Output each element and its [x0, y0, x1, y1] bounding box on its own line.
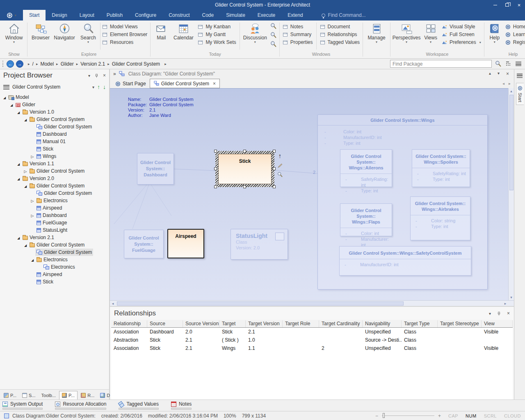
- resize-handle[interactable]: [243, 150, 246, 153]
- tree-item[interactable]: Airspeed: [0, 204, 109, 212]
- package-list-button[interactable]: [504, 60, 512, 68]
- column-header[interactable]: Source Version: [183, 320, 219, 327]
- tree-expand-icon[interactable]: [30, 212, 35, 218]
- search-button[interactable]: Search ▾: [76, 21, 100, 43]
- ribbon-tab[interactable]: Execute: [251, 10, 281, 21]
- scrollbar-thumb[interactable]: [117, 301, 404, 306]
- tree-item[interactable]: FuelGuage: [0, 219, 109, 226]
- app-menu-button[interactable]: ▾: [0, 10, 23, 21]
- bottom-panel-tab[interactable]: Resource Allocation: [55, 401, 106, 410]
- search-files-button[interactable]: [270, 32, 276, 38]
- resize-handle[interactable]: [214, 185, 217, 188]
- tree-item[interactable]: Electronics: [0, 263, 109, 271]
- calendar-button[interactable]: Calendar: [171, 21, 196, 41]
- ghost-class-spoilers[interactable]: Glider Control System::Wings::Spoilers -…: [412, 149, 470, 187]
- pin-icon[interactable]: [94, 73, 99, 78]
- ribbon-small-button[interactable]: Full Screen▾: [442, 32, 481, 37]
- zoom-thumb[interactable]: [383, 413, 385, 418]
- ribbon-tab[interactable]: Configure: [129, 10, 162, 21]
- tab-start-page[interactable]: Start Page: [112, 79, 150, 88]
- brush-icon[interactable]: [277, 163, 283, 168]
- tree-expand-icon[interactable]: [16, 235, 21, 240]
- search-model-button[interactable]: [270, 23, 276, 29]
- ribbon-small-button[interactable]: My Kanban: [198, 24, 236, 30]
- zoom-track[interactable]: [382, 415, 434, 416]
- ribbon-small-button[interactable]: Relationships: [320, 32, 360, 37]
- close-icon[interactable]: ×: [506, 71, 509, 77]
- zoom-in-icon[interactable]: +: [438, 413, 441, 419]
- tree-item[interactable]: Glider Control System: [0, 123, 109, 130]
- horizontal-scrollbar[interactable]: ◂ ▸: [110, 300, 508, 306]
- ribbon-tab[interactable]: Simulate: [220, 10, 251, 21]
- mail-button[interactable]: Mail: [152, 21, 171, 41]
- column-header[interactable]: Target Role: [283, 320, 319, 327]
- ribbon-small-button[interactable]: Properties: [283, 39, 313, 45]
- ribbon-tab[interactable]: Layout: [73, 10, 100, 21]
- tree-item[interactable]: Version 1.0: [0, 108, 109, 116]
- docked-tab[interactable]: P...: [59, 391, 78, 399]
- tree-item[interactable]: Glider Control System: [0, 116, 109, 123]
- column-header[interactable]: Target Version: [246, 320, 283, 327]
- resize-handle[interactable]: [214, 150, 217, 153]
- views-button[interactable]: Views ▾: [421, 21, 440, 43]
- resize-handle[interactable]: [273, 167, 276, 170]
- tree-expand-icon[interactable]: [30, 198, 35, 203]
- find-package-input[interactable]: [390, 60, 492, 68]
- element-airspeed[interactable]: Airspeed: [167, 229, 204, 258]
- move-up-button[interactable]: ↑: [97, 84, 100, 90]
- ribbon-tab[interactable]: Publish: [100, 10, 129, 21]
- scroll-left-icon[interactable]: ◂: [110, 301, 116, 306]
- scroll-down-icon[interactable]: ▾: [509, 294, 514, 300]
- tree-item[interactable]: Dashboard: [0, 212, 109, 219]
- tree-item[interactable]: Stick: [0, 145, 109, 153]
- tab-scroll-left-icon[interactable]: ◂: [502, 81, 504, 86]
- ribbon-tab[interactable]: Code: [196, 10, 220, 21]
- chevron-down-icon[interactable]: ▾: [92, 85, 94, 89]
- window-button[interactable]: Window ▾: [2, 21, 26, 43]
- tree-item[interactable]: Stick: [0, 278, 109, 285]
- tree-item[interactable]: Manual 01: [0, 138, 109, 145]
- find-command[interactable]: Find Command...: [322, 10, 366, 21]
- column-header[interactable]: View: [482, 320, 513, 327]
- element-stick-selected[interactable]: Stick: [215, 151, 274, 187]
- ghost-class-airbrakes[interactable]: Glider Control System::Wings::Airbrakes …: [410, 196, 470, 240]
- tree-item[interactable]: Glider Control System: [0, 249, 109, 256]
- tree-item[interactable]: Glider Control System: [0, 189, 109, 197]
- minimize-button[interactable]: [489, 0, 501, 10]
- panel-menu-button[interactable]: ▾: [489, 311, 491, 316]
- ribbon-small-button[interactable]: Element Browser: [102, 32, 147, 37]
- scroll-up-icon[interactable]: ▴: [509, 88, 514, 94]
- ribbon-small-button[interactable]: My Work Sets: [198, 39, 236, 45]
- column-header[interactable]: Relationship: [111, 320, 147, 327]
- resize-handle[interactable]: [243, 185, 246, 188]
- tree-expand-icon[interactable]: [16, 161, 21, 167]
- ribbon-small-button[interactable]: Home Page: [505, 24, 525, 30]
- ribbon-small-button[interactable]: Register: [505, 39, 525, 45]
- breadcrumb-item[interactable]: Glider Control System: [112, 61, 160, 67]
- tree-item[interactable]: StatusLight: [0, 226, 109, 234]
- table-row[interactable]: AbstractionStick 2.1( Stick ) 1.0 Source…: [111, 336, 513, 344]
- toolbar-grip[interactable]: [2, 61, 4, 67]
- diagram-canvas[interactable]: Name:Glider Control SystemPackage:Glider…: [110, 88, 508, 300]
- tree-item[interactable]: Airspeed: [0, 271, 109, 278]
- browser-hamburger-button[interactable]: [3, 85, 9, 89]
- forward-button[interactable]: →: [16, 60, 23, 68]
- tree-expand-icon[interactable]: [9, 102, 14, 107]
- ribbon-tab[interactable]: Construct: [162, 10, 196, 21]
- docked-tab[interactable]: R...: [78, 391, 97, 399]
- tree-item[interactable]: Version 2.1: [0, 234, 109, 241]
- chevron-right-icon[interactable]: »: [113, 71, 115, 77]
- tab-glider-control-system[interactable]: Glider Control System ×: [150, 79, 220, 88]
- tab-close-icon[interactable]: ×: [213, 81, 216, 87]
- ribbon-small-button[interactable]: Resources: [102, 39, 147, 45]
- panel-close-button[interactable]: ×: [103, 73, 106, 78]
- column-header[interactable]: Target Type: [402, 320, 438, 327]
- zoom-out-icon[interactable]: −: [375, 413, 378, 419]
- manage-button[interactable]: Manage ▾: [364, 21, 389, 43]
- tree-expand-icon[interactable]: [23, 116, 28, 122]
- back-button[interactable]: ←: [7, 60, 14, 68]
- tree-expand-icon[interactable]: [16, 109, 21, 115]
- tree-item[interactable]: Glider: [0, 101, 109, 108]
- ribbon-small-button[interactable]: My Gantt: [198, 32, 236, 37]
- ghost-class-safetycontrolsystem[interactable]: Glider Control System::Wings::SafetyCont…: [339, 246, 471, 276]
